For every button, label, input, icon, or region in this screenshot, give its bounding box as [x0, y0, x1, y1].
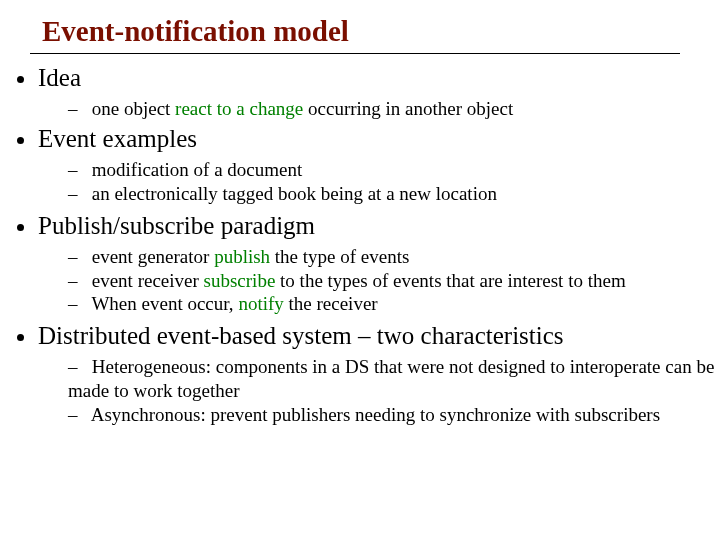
keyword: notify	[238, 293, 283, 314]
bullet-list: Idea one object react to a change occurr…	[14, 62, 720, 427]
keyword: react to a change	[175, 98, 303, 119]
sub-list: event generator publish the type of even…	[38, 245, 720, 316]
sub-text: modification of a document	[92, 159, 303, 180]
sub-list: modification of a document an electronic…	[38, 158, 720, 206]
bullet-label: Idea	[38, 64, 81, 91]
sub-text-post: the type of events	[270, 246, 409, 267]
slide-content: Idea one object react to a change occurr…	[0, 54, 720, 427]
sub-list: Heterogeneous: components in a DS that w…	[38, 355, 720, 426]
sub-text: an electronically tagged book being at a…	[92, 183, 497, 204]
sub-item: When event occur, notify the receiver	[68, 292, 720, 316]
sub-item: Asynchronous: prevent publishers needing…	[68, 403, 720, 427]
sub-item: an electronically tagged book being at a…	[68, 182, 720, 206]
slide-title: Event-notification model	[42, 14, 720, 49]
slide: Event-notification model Idea one object…	[0, 0, 720, 540]
sub-item: event generator publish the type of even…	[68, 245, 720, 269]
sub-text-post: to the types of events that are interest…	[275, 270, 625, 291]
bullet-label: Publish/subscribe paradigm	[38, 212, 315, 239]
sub-text-post: occurring in another object	[303, 98, 513, 119]
bullet-publish-subscribe: Publish/subscribe paradigm event generat…	[38, 210, 720, 317]
sub-text-pre: one object	[92, 98, 175, 119]
bullet-event-examples: Event examples modification of a documen…	[38, 123, 720, 206]
sub-text-post: the receiver	[284, 293, 378, 314]
sub-text: Asynchronous: prevent publishers needing…	[91, 404, 660, 425]
keyword: subscribe	[204, 270, 276, 291]
title-block: Event-notification model	[0, 0, 720, 49]
sub-text: Heterogeneous: components in a DS that w…	[68, 356, 714, 401]
sub-item: modification of a document	[68, 158, 720, 182]
bullet-label: Distributed event-based system – two cha…	[38, 322, 564, 349]
sub-text-pre: When event occur,	[91, 293, 238, 314]
sub-text-pre: event receiver	[92, 270, 204, 291]
sub-item: one object react to a change occurring i…	[68, 97, 720, 121]
bullet-distributed-system: Distributed event-based system – two cha…	[38, 320, 720, 427]
sub-item: event receiver subscribe to the types of…	[68, 269, 720, 293]
bullet-idea: Idea one object react to a change occurr…	[38, 62, 720, 121]
sub-list: one object react to a change occurring i…	[38, 97, 720, 121]
sub-item: Heterogeneous: components in a DS that w…	[68, 355, 720, 403]
sub-text-pre: event generator	[92, 246, 214, 267]
bullet-label: Event examples	[38, 125, 197, 152]
keyword: publish	[214, 246, 270, 267]
